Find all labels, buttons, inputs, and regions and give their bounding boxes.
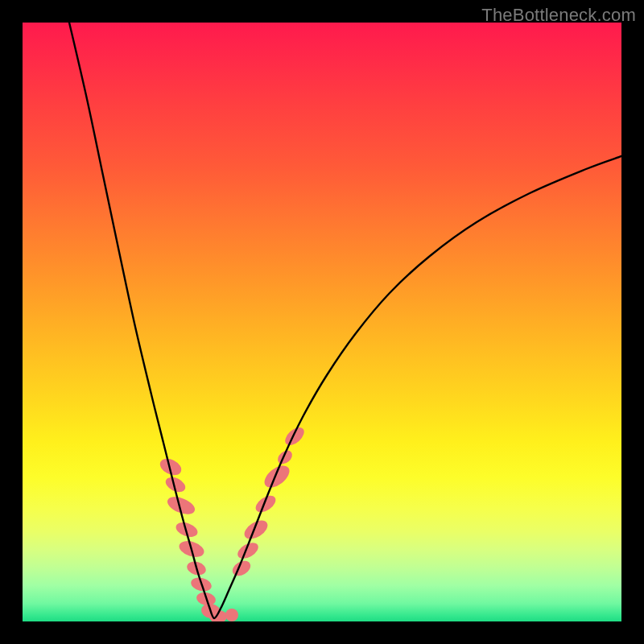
bead	[275, 448, 295, 467]
bead	[225, 609, 238, 621]
bead	[261, 461, 294, 492]
bead	[282, 424, 308, 449]
bead	[242, 517, 271, 543]
bead	[253, 492, 279, 515]
plot-area	[23, 23, 621, 621]
chart-svg	[23, 23, 621, 621]
chart-frame: TheBottleneck.com	[0, 0, 644, 644]
watermark-text: TheBottleneck.com	[481, 5, 636, 26]
bottleneck-curve	[69, 23, 621, 618]
